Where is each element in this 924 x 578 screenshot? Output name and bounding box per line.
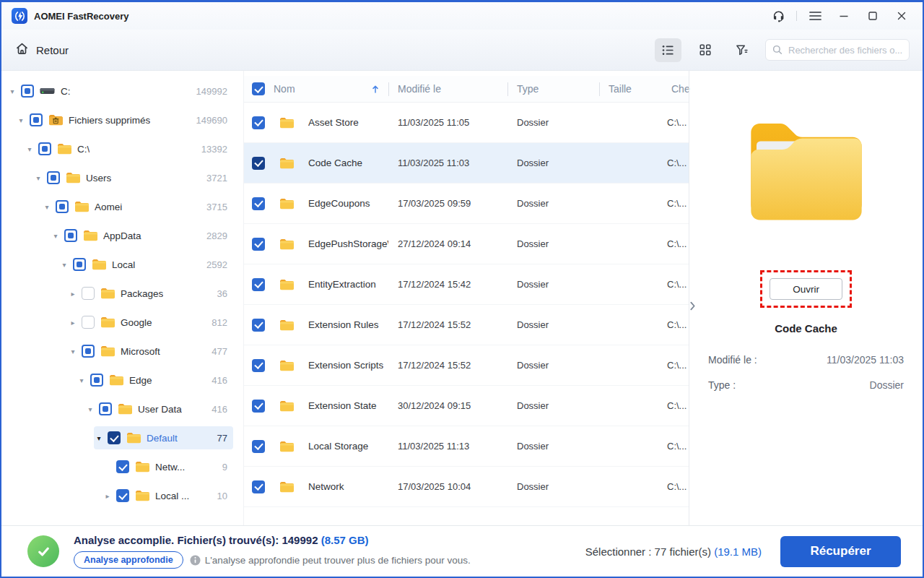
scan-complete-icon (27, 535, 59, 567)
row-checkbox[interactable] (252, 440, 265, 453)
tree-item[interactable]: ▸ Google 812 (1, 308, 233, 337)
expand-arrow-icon[interactable]: ▸ (103, 492, 113, 500)
expand-arrow-icon[interactable]: ▾ (42, 203, 52, 211)
tree-item[interactable]: ▸ Packages 36 (1, 279, 233, 308)
table-row[interactable]: EdgePushStorageWithWi... 27/12/2024 09:1… (244, 224, 689, 264)
expand-arrow-icon[interactable]: ▾ (77, 376, 87, 384)
tree-item-checkbox[interactable] (64, 229, 77, 242)
row-checkbox[interactable] (252, 480, 265, 493)
tree-item[interactable]: ▾ Users 3721 (1, 163, 233, 192)
row-checkbox[interactable] (252, 197, 265, 210)
table-row[interactable]: Extension Scripts 17/12/2024 15:52 Dossi… (244, 345, 689, 386)
file-type: Dossier (507, 117, 599, 128)
deep-scan-button[interactable]: Analyse approfondie (74, 551, 183, 569)
table-row[interactable]: Asset Store 11/03/2025 11:05 Dossier C:\… (244, 103, 689, 143)
expand-arrow-icon[interactable]: ▾ (16, 116, 26, 124)
tree-item-checkbox[interactable] (30, 113, 43, 126)
table-row[interactable]: Extension Rules 17/12/2024 15:52 Dossier… (244, 305, 689, 345)
tree-item-checkbox[interactable] (56, 200, 69, 213)
expand-arrow-icon[interactable]: ▸ (68, 290, 78, 298)
table-row[interactable]: EdgeCoupons 17/03/2025 09:59 Dossier C:\… (244, 184, 689, 224)
back-label: Retour (36, 44, 69, 56)
folder-icon (279, 158, 294, 169)
folder-icon (279, 198, 294, 210)
expand-arrow-icon[interactable]: ▾ (94, 434, 104, 442)
grid-view-button[interactable] (692, 38, 718, 62)
expand-arrow-icon[interactable]: ▾ (25, 145, 35, 153)
tree-item[interactable]: ▸ Local ... 10 (1, 481, 233, 510)
row-checkbox[interactable] (252, 278, 265, 291)
tree-item-checkbox[interactable] (90, 374, 103, 387)
table-row[interactable]: EntityExtraction 17/12/2024 15:42 Dossie… (244, 264, 689, 305)
column-header-size[interactable]: Taille (609, 83, 632, 95)
tree-item-checkbox[interactable] (38, 142, 51, 155)
filter-button[interactable] (728, 38, 755, 62)
tree-item-label: Packages (121, 288, 163, 299)
recover-button[interactable]: Récupérer (780, 536, 901, 567)
tree-item-checkbox[interactable] (116, 460, 129, 473)
table-row[interactable]: Extension State 30/12/2024 09:15 Dossier… (244, 386, 689, 426)
file-path: C:\... (663, 158, 689, 168)
row-checkbox[interactable] (252, 238, 265, 251)
expand-arrow-icon[interactable]: ▸ (68, 319, 78, 327)
tree-item[interactable]: ▾ AppData 2829 (1, 221, 233, 250)
row-checkbox[interactable] (252, 400, 265, 413)
file-type: Dossier (507, 198, 599, 209)
close-button[interactable] (891, 6, 912, 26)
column-header-path[interactable]: Che (671, 83, 690, 95)
tree-item[interactable]: ▾ User Data 416 (1, 394, 233, 423)
table-row[interactable]: Local Storage 11/03/2025 11:13 Dossier C… (244, 426, 689, 467)
column-header-modified[interactable]: Modifié le (398, 83, 441, 95)
tree-item-checkbox[interactable] (82, 287, 95, 300)
expand-arrow-icon[interactable]: ▾ (85, 405, 95, 413)
expand-arrow-icon[interactable]: ▾ (7, 87, 17, 95)
tree-item[interactable]: ▾ Fichiers supprimés 149690 (1, 105, 233, 134)
tree-item[interactable]: ▾ Default 77 (1, 423, 233, 452)
list-view-button[interactable] (655, 38, 681, 62)
expand-arrow-icon[interactable]: ▾ (51, 232, 61, 240)
tree-item[interactable]: ▾ C:\ 13392 (1, 134, 233, 163)
column-header-type[interactable]: Type (517, 83, 539, 95)
tree-item-count: 2592 (201, 259, 227, 270)
back-button[interactable]: Retour (14, 41, 69, 59)
expand-arrow-icon[interactable]: ▾ (33, 174, 43, 182)
tree-item[interactable]: Netw... 9 (1, 452, 233, 481)
table-row[interactable]: Network 17/03/2025 10:04 Dossier C:\... (244, 467, 689, 507)
tree-item[interactable]: ▾ Aomei 3715 (1, 192, 233, 221)
file-modified: 17/03/2025 09:59 (388, 198, 507, 209)
file-path: C:\... (663, 400, 689, 411)
maximize-button[interactable] (862, 6, 884, 26)
tree-item-checkbox[interactable] (21, 85, 34, 98)
tree-item[interactable]: ▾ Microsoft 477 (1, 337, 233, 366)
search-input[interactable] (765, 39, 910, 61)
select-all-checkbox[interactable] (252, 82, 265, 95)
minimize-button[interactable] (833, 6, 855, 26)
tree-item-checkbox[interactable] (82, 316, 95, 329)
row-checkbox[interactable] (252, 157, 265, 170)
tree-item-checkbox[interactable] (108, 431, 121, 444)
tree-item-checkbox[interactable] (99, 402, 112, 415)
tree-item[interactable]: ▾ C: 149992 (1, 77, 233, 105)
file-name: Code Cache (308, 158, 362, 168)
tree-item-checkbox[interactable] (82, 345, 95, 358)
support-headset-button[interactable] (767, 6, 789, 26)
folder-icon (57, 143, 71, 155)
menu-button[interactable] (804, 6, 826, 26)
row-checkbox[interactable] (252, 319, 265, 332)
collapse-panel-icon[interactable] (689, 301, 696, 314)
tree-item-checkbox[interactable] (116, 489, 129, 502)
table-row[interactable]: Code Cache 11/03/2025 11:03 Dossier C:\.… (244, 143, 689, 184)
open-button[interactable]: Ouvrir (770, 278, 842, 300)
tree-item[interactable]: ▾ Edge 416 (1, 366, 233, 394)
row-checkbox[interactable] (252, 116, 265, 129)
tree-item-checkbox[interactable] (73, 258, 86, 271)
expand-arrow-icon[interactable]: ▾ (68, 348, 78, 355)
tree-item-label: C:\ (77, 144, 90, 155)
sort-ascending-icon[interactable] (371, 85, 388, 94)
column-header-name[interactable]: Nom (274, 83, 295, 95)
tree-item-checkbox[interactable] (47, 171, 60, 184)
file-modified: 17/03/2025 10:04 (388, 481, 507, 492)
row-checkbox[interactable] (252, 359, 265, 372)
tree-item[interactable]: ▾ Local 2592 (1, 250, 233, 279)
expand-arrow-icon[interactable]: ▾ (59, 261, 69, 269)
